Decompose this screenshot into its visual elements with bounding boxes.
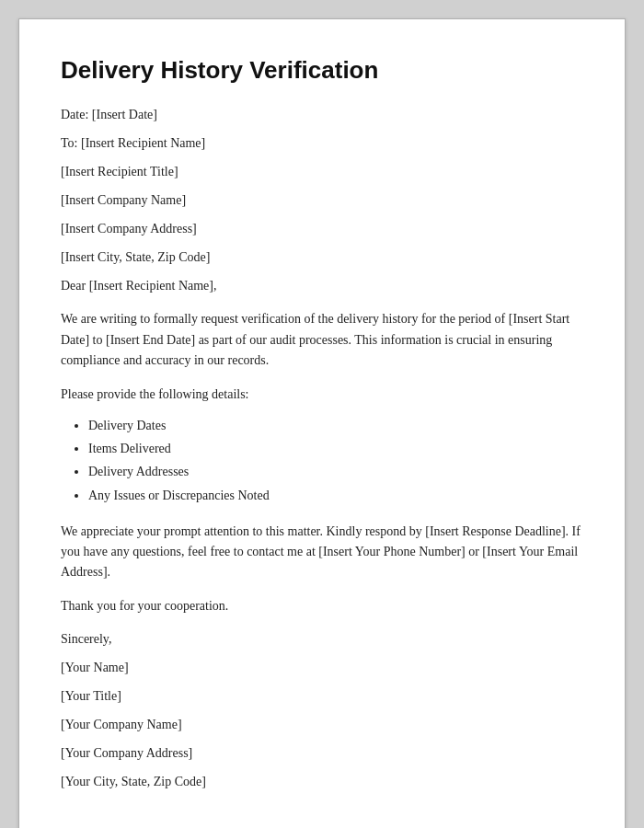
body-paragraph-2: We appreciate your prompt attention to t… bbox=[61, 522, 583, 583]
body-paragraph-1: We are writing to formally request verif… bbox=[61, 309, 583, 371]
list-item: Delivery Dates bbox=[88, 414, 583, 437]
company-name-field: [Insert Company Name] bbox=[61, 190, 583, 210]
closing-block: Sincerely, [Your Name] [Your Title] [You… bbox=[61, 629, 583, 791]
city-state-zip-field: [Insert City, State, Zip Code] bbox=[61, 247, 583, 267]
company-address-field: [Insert Company Address] bbox=[61, 219, 583, 238]
to-field: To: [Insert Recipient Name] bbox=[61, 133, 583, 153]
date-field: Date: [Insert Date] bbox=[61, 105, 583, 124]
your-name-field: [Your Name] bbox=[61, 658, 583, 677]
salutation: Dear [Insert Recipient Name], bbox=[61, 276, 583, 296]
recipient-title-field: [Insert Recipient Title] bbox=[61, 162, 583, 181]
list-item: Items Delivered bbox=[88, 437, 583, 460]
list-intro: Please provide the following details: bbox=[61, 385, 583, 405]
list-item: Any Issues or Discrepancies Noted bbox=[88, 484, 583, 507]
list-item: Delivery Addresses bbox=[88, 460, 583, 483]
your-title-field: [Your Title] bbox=[61, 686, 583, 706]
document-title: Delivery History Verification bbox=[61, 56, 583, 85]
your-company-field: [Your Company Name] bbox=[61, 715, 583, 734]
details-list: Delivery Dates Items Delivered Delivery … bbox=[88, 414, 583, 507]
your-city-state-zip-field: [Your City, State, Zip Code] bbox=[61, 772, 583, 791]
document-container: Delivery History Verification Date: [Ins… bbox=[18, 18, 626, 828]
header-fields: Date: [Insert Date] To: [Insert Recipien… bbox=[61, 105, 583, 267]
your-address-field: [Your Company Address] bbox=[61, 743, 583, 763]
sincerely-line: Sincerely, bbox=[61, 629, 583, 649]
thank-you-line: Thank you for your cooperation. bbox=[61, 596, 583, 616]
